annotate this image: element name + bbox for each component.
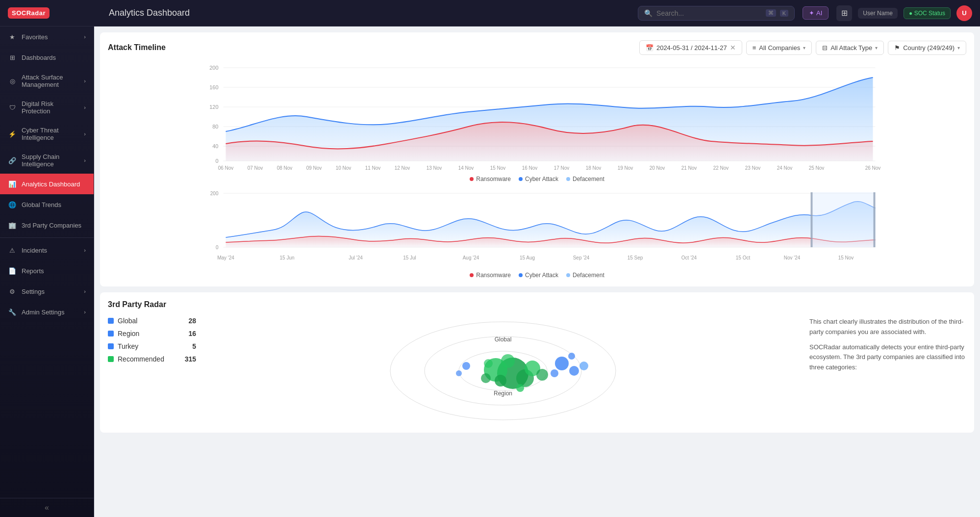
radar-legend-global: Global 28 — [108, 317, 196, 325]
sidebar-item-settings[interactable]: ⚙ Settings › — [0, 281, 94, 302]
region-dot — [108, 331, 114, 336]
sidebar-item-global-trends[interactable]: 🌐 Global Trends — [0, 194, 94, 215]
ransomware-legend-item-2: Ransomware — [470, 272, 511, 279]
country-button[interactable]: ⚑ Country (249/249) ▾ — [888, 41, 966, 55]
all-companies-button[interactable]: ≡ All Companies ▾ — [746, 41, 812, 55]
cyber-attack-legend-item: Cyber Attack — [519, 176, 558, 182]
attack-timeline-panel: Attack Timeline 📅 2024-05-31 / 2024-11-2… — [100, 32, 974, 286]
date-range-label: 2024-05-31 / 2024-11-27 — [656, 44, 727, 52]
svg-text:19 Nov: 19 Nov — [618, 165, 633, 171]
search-input[interactable] — [656, 9, 762, 17]
clear-date-icon[interactable]: ✕ — [730, 44, 736, 52]
search-icon: 🔍 — [644, 9, 653, 17]
svg-text:25 Nov: 25 Nov — [809, 165, 825, 171]
svg-text:200: 200 — [209, 65, 218, 71]
svg-text:21 Nov: 21 Nov — [681, 165, 697, 171]
sidebar-label-supply-chain: Supply Chain Intelligence — [22, 153, 79, 168]
sidebar-label-cyber-threat: Cyber Threat Intelligence — [22, 127, 79, 141]
logo: SOCRadar — [8, 7, 50, 19]
chevron-icon: › — [84, 78, 86, 84]
ai-button[interactable]: ✦ AI — [803, 6, 829, 20]
sidebar-item-incidents[interactable]: ⚠ Incidents › — [0, 240, 94, 260]
search-bar[interactable]: 🔍 ⌘ K — [638, 6, 795, 21]
svg-text:15 Nov: 15 Nov — [838, 255, 854, 260]
recommended-dot — [108, 356, 114, 362]
sidebar-item-cyber-threat[interactable]: ⚡ Cyber Threat Intelligence › — [0, 121, 94, 147]
sidebar-label-attack-surface: Attack Surface Management — [22, 74, 79, 88]
bubble-green-10 — [536, 369, 548, 381]
svg-text:Jul '24: Jul '24 — [349, 255, 363, 260]
radar-panel: 3rd Party Radar Global 28 Region 16 — [100, 292, 974, 433]
overview-chart-svg: 200 0 May '24 15 Jun Jul '24 — [108, 188, 966, 267]
bubble-green-8 — [516, 384, 524, 392]
sidebar-item-analytics[interactable]: 📊 Analytics Dashboard — [0, 174, 94, 194]
sidebar-item-reports[interactable]: 📄 Reports — [0, 260, 94, 281]
bubble-green-5 — [495, 375, 506, 387]
selection-handle-right[interactable] — [874, 192, 876, 247]
svg-text:14 Nov: 14 Nov — [458, 165, 474, 171]
bubble-blue-1 — [555, 357, 569, 370]
attack-surface-icon: ◎ — [8, 77, 17, 85]
detail-chart-area: 200 160 120 80 40 0 — [108, 63, 966, 182]
flag-icon: ⚑ — [894, 44, 900, 52]
cyber-attack-legend-dot — [519, 177, 523, 181]
global-trends-icon: 🌐 — [8, 200, 17, 209]
chevron-icon: › — [84, 34, 86, 40]
sidebar-item-supply-chain[interactable]: 🔗 Supply Chain Intelligence › — [0, 147, 94, 174]
all-attack-type-button[interactable]: ⊟ All Attack Type ▾ — [816, 41, 884, 55]
ransomware-dot-2 — [470, 273, 474, 277]
sidebar-item-favorites[interactable]: ★ Favorites › — [0, 26, 94, 47]
svg-text:15 Sep: 15 Sep — [628, 255, 643, 260]
radar-panel-title: 3rd Party Radar — [108, 300, 166, 309]
svg-text:Global: Global — [494, 336, 511, 343]
favorites-icon: ★ — [8, 32, 17, 41]
sidebar-collapse-button[interactable]: « — [0, 498, 94, 517]
cyber-threat-icon: ⚡ — [8, 129, 17, 138]
reports-icon: 📄 — [8, 266, 17, 275]
sidebar-item-digital-risk[interactable]: 🛡 Digital Risk Protection › — [0, 94, 94, 121]
chevron-down-icon: ▾ — [875, 45, 878, 51]
selection-handle-left[interactable] — [811, 192, 813, 247]
logo-area: SOCRadar — [8, 7, 101, 19]
list-icon: ≡ — [753, 44, 756, 52]
main-content: Attack Timeline 📅 2024-05-31 / 2024-11-2… — [94, 26, 980, 517]
chevron-icon: › — [84, 247, 86, 253]
search-kbd-cmd: ⌘ — [766, 9, 776, 17]
svg-text:09 Nov: 09 Nov — [306, 165, 322, 171]
svg-text:15 Aug: 15 Aug — [520, 255, 535, 260]
3rd-party-icon: 🏢 — [8, 221, 17, 230]
ai-icon: ✦ — [809, 9, 814, 17]
svg-text:0: 0 — [216, 245, 219, 250]
sidebar-label-settings: Settings — [22, 288, 79, 295]
ransomware-legend-dot — [470, 177, 474, 181]
svg-text:Region: Region — [493, 390, 512, 397]
chevron-icon: › — [84, 131, 86, 137]
page-title: Analytics Dashboard — [109, 8, 630, 18]
svg-text:12 Nov: 12 Nov — [395, 165, 410, 171]
topbar-right: ⊞ User Name ● SOC Status U — [836, 5, 972, 21]
bubble-blue-4 — [462, 362, 470, 370]
sidebar-item-admin[interactable]: 🔧 Admin Settings › — [0, 302, 94, 322]
sidebar-item-dashboards[interactable]: ⊞ Dashboards — [0, 47, 94, 68]
dashboards-icon: ⊞ — [8, 53, 17, 62]
topbar: SOCRadar Analytics Dashboard 🔍 ⌘ K ✦ AI … — [0, 0, 980, 26]
sidebar-label-global-trends: Global Trends — [22, 201, 86, 208]
sidebar-item-attack-surface[interactable]: ◎ Attack Surface Management › — [0, 68, 94, 94]
attack-timeline-title: Attack Timeline — [108, 43, 166, 52]
svg-text:15 Jun: 15 Jun — [279, 255, 294, 260]
svg-text:160: 160 — [209, 84, 218, 90]
defacement-legend-item: Defacement — [566, 176, 604, 182]
ransomware-legend-item: Ransomware — [470, 176, 511, 182]
grid-icon[interactable]: ⊞ — [836, 5, 852, 21]
status-badge: ● SOC Status — [904, 7, 951, 19]
svg-text:17 Nov: 17 Nov — [554, 165, 570, 171]
sidebar-item-3rd-party[interactable]: 🏢 3rd Party Companies — [0, 215, 94, 235]
svg-text:Oct '24: Oct '24 — [681, 255, 697, 260]
svg-text:07 Nov: 07 Nov — [248, 165, 263, 171]
date-range-button[interactable]: 📅 2024-05-31 / 2024-11-27 ✕ — [639, 40, 742, 55]
admin-icon: 🔧 — [8, 308, 17, 316]
bubble-blue-3 — [551, 369, 558, 377]
radar-legend-recommended: Recommended 315 — [108, 355, 196, 363]
avatar[interactable]: U — [956, 5, 972, 21]
svg-text:06 Nov: 06 Nov — [218, 165, 234, 171]
